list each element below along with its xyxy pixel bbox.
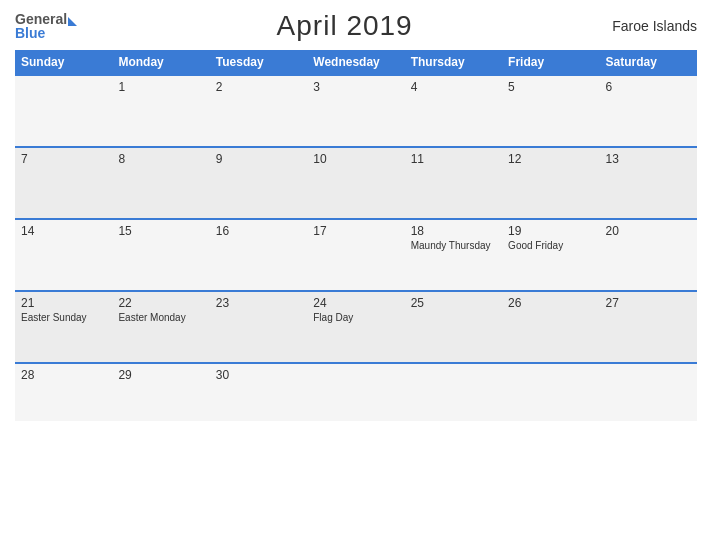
day-cell: 23 [210,291,307,363]
day-cell [600,363,697,421]
logo-general: General [15,12,67,26]
day-number: 5 [508,80,593,94]
day-number: 28 [21,368,106,382]
header-friday: Friday [502,50,599,75]
day-cell: 21Easter Sunday [15,291,112,363]
day-cell: 29 [112,363,209,421]
day-number: 14 [21,224,106,238]
day-cell: 20 [600,219,697,291]
day-number: 26 [508,296,593,310]
day-number: 16 [216,224,301,238]
day-number: 17 [313,224,398,238]
day-number: 15 [118,224,203,238]
day-cell: 8 [112,147,209,219]
day-number: 6 [606,80,691,94]
day-number: 1 [118,80,203,94]
logo-triangle-icon [68,17,77,26]
region-label: Faroe Islands [612,17,697,35]
day-cell: 4 [405,75,502,147]
day-number: 29 [118,368,203,382]
day-cell: 9 [210,147,307,219]
day-cell: 3 [307,75,404,147]
weekday-header-row: Sunday Monday Tuesday Wednesday Thursday… [15,50,697,75]
region-name: Faroe Islands [612,18,697,34]
day-number: 4 [411,80,496,94]
day-number: 24 [313,296,398,310]
calendar-table: Sunday Monday Tuesday Wednesday Thursday… [15,50,697,421]
day-cell: 12 [502,147,599,219]
day-cell: 19Good Friday [502,219,599,291]
day-number: 9 [216,152,301,166]
day-cell [502,363,599,421]
header-wednesday: Wednesday [307,50,404,75]
calendar-title: April 2019 [277,10,413,41]
day-cell: 14 [15,219,112,291]
day-number: 2 [216,80,301,94]
day-cell: 10 [307,147,404,219]
day-cell: 2 [210,75,307,147]
day-number: 18 [411,224,496,238]
logo: General Blue [15,12,77,40]
day-cell: 17 [307,219,404,291]
logo-blue: Blue [15,26,77,40]
header-monday: Monday [112,50,209,75]
day-cell: 22Easter Monday [112,291,209,363]
day-event: Good Friday [508,240,593,251]
day-number: 19 [508,224,593,238]
day-number: 11 [411,152,496,166]
day-cell: 13 [600,147,697,219]
day-number: 7 [21,152,106,166]
calendar-title-section: April 2019 [77,10,612,42]
day-cell: 7 [15,147,112,219]
day-cell: 30 [210,363,307,421]
day-cell: 24Flag Day [307,291,404,363]
week-row-5: 282930 [15,363,697,421]
day-cell: 25 [405,291,502,363]
header-thursday: Thursday [405,50,502,75]
day-number: 23 [216,296,301,310]
day-cell: 18Maundy Thursday [405,219,502,291]
day-cell: 16 [210,219,307,291]
day-cell: 1 [112,75,209,147]
header-saturday: Saturday [600,50,697,75]
day-event: Easter Monday [118,312,203,323]
day-number: 25 [411,296,496,310]
day-number: 27 [606,296,691,310]
day-number: 22 [118,296,203,310]
day-cell [15,75,112,147]
calendar-page: General Blue April 2019 Faroe Islands Su… [0,0,712,550]
day-cell [405,363,502,421]
header-sunday: Sunday [15,50,112,75]
day-event: Flag Day [313,312,398,323]
day-cell: 27 [600,291,697,363]
day-cell: 6 [600,75,697,147]
day-event: Easter Sunday [21,312,106,323]
day-cell [307,363,404,421]
day-number: 30 [216,368,301,382]
day-cell: 11 [405,147,502,219]
week-row-2: 78910111213 [15,147,697,219]
day-number: 10 [313,152,398,166]
day-number: 21 [21,296,106,310]
day-number: 13 [606,152,691,166]
calendar-header: General Blue April 2019 Faroe Islands [15,10,697,42]
day-event: Maundy Thursday [411,240,496,251]
day-cell: 5 [502,75,599,147]
day-number: 3 [313,80,398,94]
header-tuesday: Tuesday [210,50,307,75]
week-row-4: 21Easter Sunday22Easter Monday2324Flag D… [15,291,697,363]
day-number: 8 [118,152,203,166]
week-row-3: 1415161718Maundy Thursday19Good Friday20 [15,219,697,291]
week-row-1: 123456 [15,75,697,147]
day-number: 12 [508,152,593,166]
day-number: 20 [606,224,691,238]
day-cell: 26 [502,291,599,363]
day-cell: 28 [15,363,112,421]
day-cell: 15 [112,219,209,291]
